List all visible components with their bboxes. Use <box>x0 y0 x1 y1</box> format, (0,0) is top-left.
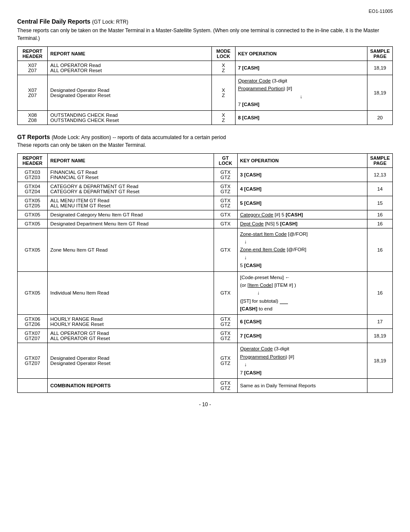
cell-header: X07Z07 <box>18 61 48 75</box>
table-row: X07Z07 Designated Operator ReadDesignate… <box>18 75 393 111</box>
section2-mode-lock: (Mode Lock: Any position) <box>52 134 111 140</box>
cell-lock: XZ <box>211 75 235 111</box>
cell-sample: 18,19 <box>367 343 393 379</box>
section1: Central File Daily Reports (GT Lock: RTR… <box>17 18 393 125</box>
cell-name: Designated Category Menu Item GT Read <box>48 210 214 219</box>
cell-sample: 18,19 <box>367 329 393 343</box>
cell-lock: GTXGTZ <box>214 379 237 393</box>
cell-name: Zone Menu Item GT Read <box>48 228 214 271</box>
cell-key: Zone-start Item Code [@/FOR] ↓ Zone-end … <box>237 228 367 271</box>
cell-name: Individual Menu Item Read <box>48 271 214 315</box>
cell-header: GTX05 <box>18 228 48 271</box>
section1-gt-lock: (GT Lock: RTR) <box>92 19 128 25</box>
section2: GT Reports (Mode Lock: Any position) -- … <box>17 134 393 393</box>
cell-name: Designated Operator ReadDesignated Opera… <box>48 343 214 379</box>
th-report-name-2: REPORT NAME <box>48 153 214 167</box>
cell-name: COMBINATION REPORTS <box>48 379 214 393</box>
cell-key: Operator Code (3-digit Programmed Portio… <box>235 75 367 111</box>
th-key-operation-1: KEY OPERATION <box>235 47 367 61</box>
cell-header: GTX03GTZ03 <box>18 167 48 182</box>
cell-lock: GTXGTZ <box>214 343 237 379</box>
table-row: GTX05GTZ05 ALL MENU ITEM GT ReadALL MENU… <box>18 196 393 210</box>
th-sample-page-1: SAMPLEPAGE <box>367 47 393 61</box>
table-row: GTX04GTZ04 CATEGORY & DEPARTMENT GT Read… <box>18 182 393 196</box>
cell-lock: GTXGTZ <box>214 329 237 343</box>
cell-key: Operator Code (3-digit Programmed Portio… <box>237 343 367 379</box>
cell-sample: 14 <box>367 182 393 196</box>
cell-sample: 20 <box>367 110 393 125</box>
cell-name: HOURLY RANGE ReadHOURLY RANGE Reset <box>48 315 214 329</box>
table-row: GTX07GTZ07 Designated Operator ReadDesig… <box>18 343 393 379</box>
cell-sample: 18,19 <box>367 75 393 111</box>
cell-key: 6 [CASH] <box>237 315 367 329</box>
th-report-header-2: REPORTHEADER <box>18 153 48 167</box>
cell-name: Designated Operator ReadDesignated Opera… <box>48 75 212 111</box>
th-mode-lock-1: MODELOCK <box>211 47 235 61</box>
cell-key: Category Code [#] 5 [CASH] <box>237 210 367 219</box>
cell-lock: GTX <box>214 210 237 219</box>
table-row: GTX05 Zone Menu Item GT Read GTX Zone-st… <box>18 228 393 271</box>
cell-name: ALL MENU ITEM GT ReadALL MENU ITEM GT Re… <box>48 196 214 210</box>
section1-table: REPORTHEADER REPORT NAME MODELOCK KEY OP… <box>17 46 393 125</box>
cell-header: X07Z07 <box>18 75 48 111</box>
cell-key: 3 [CASH] <box>237 167 367 182</box>
cell-key: [Code-preset Menu] ← (or [Item Code] [IT… <box>237 271 367 315</box>
table-row: GTX05 Designated Category Menu Item GT R… <box>18 210 393 219</box>
cell-lock: GTXGTZ <box>214 196 237 210</box>
cell-name: OUTSTANDING CHECK ReadOUTSTANDING CHECK … <box>48 110 212 125</box>
table-row: GTX07GTZ07 ALL OPERATOR GT ReadALL OPERA… <box>18 329 393 343</box>
table-row: GTX05 Individual Menu Item Read GTX [Cod… <box>18 271 393 315</box>
cell-header: X08Z08 <box>18 110 48 125</box>
cell-lock: GTXGTZ <box>214 315 237 329</box>
cell-header: GTX05GTZ05 <box>18 196 48 210</box>
cell-sample: 18,19 <box>367 61 393 75</box>
cell-sample: 15 <box>367 196 393 210</box>
section2-desc: These reports can only be taken on the M… <box>17 141 393 149</box>
cell-header: GTX07GTZ07 <box>18 329 48 343</box>
section1-title: Central File Daily Reports (GT Lock: RTR… <box>17 18 393 25</box>
cell-header: GTX05 <box>18 210 48 219</box>
cell-header <box>18 379 48 393</box>
cell-sample: 16 <box>367 271 393 315</box>
cell-sample <box>367 379 393 393</box>
cell-key: Same as in Daily Terminal Reports <box>237 379 367 393</box>
cell-header: GTX07GTZ07 <box>18 343 48 379</box>
th-gt-lock: GTLOCK <box>214 153 237 167</box>
cell-header: GTX06GTZ06 <box>18 315 48 329</box>
cell-lock: GTX <box>214 271 237 315</box>
cell-name: CATEGORY & DEPARTMENT GT ReadCATEGORY & … <box>48 182 214 196</box>
cell-sample: 16 <box>367 228 393 271</box>
cell-key: 7 [CASH] <box>235 61 367 75</box>
cell-key: 8 [CASH] <box>235 110 367 125</box>
doc-id: EO1-11005 <box>17 9 393 14</box>
cell-header: GTX05 <box>18 271 48 315</box>
cell-sample: 16 <box>367 219 393 228</box>
cell-name: ALL OPERATOR GT ReadALL OPERATOR GT Rese… <box>48 329 214 343</box>
cell-header: GTX05 <box>18 219 48 228</box>
cell-lock: GTX <box>214 219 237 228</box>
cell-lock: GTXGTZ <box>214 167 237 182</box>
th-report-header-1: REPORTHEADER <box>18 47 48 61</box>
th-key-operation-2: KEY OPERATION <box>237 153 367 167</box>
cell-header: GTX04GTZ04 <box>18 182 48 196</box>
th-report-name-1: REPORT NAME <box>48 47 212 61</box>
table-row: GTX03GTZ03 FINANCIAL GT ReadFINANCIAL GT… <box>18 167 393 182</box>
cell-sample: 16 <box>367 210 393 219</box>
page-footer: - 10 - <box>17 401 393 407</box>
cell-name: Designated Department Menu Item GT Read <box>48 219 214 228</box>
table-row: GTX06GTZ06 HOURLY RANGE ReadHOURLY RANGE… <box>18 315 393 329</box>
cell-lock: GTX <box>214 228 237 271</box>
cell-lock: XZ <box>211 61 235 75</box>
section2-desc-extra: -- reports of data accumulated for a cer… <box>113 134 226 140</box>
cell-name: FINANCIAL GT ReadFINANCIAL GT Reset <box>48 167 214 182</box>
table-row: X08Z08 OUTSTANDING CHECK ReadOUTSTANDING… <box>18 110 393 125</box>
cell-sample: 17 <box>367 315 393 329</box>
cell-key: 7 [CASH] <box>237 329 367 343</box>
cell-lock: XZ <box>211 110 235 125</box>
section1-desc: These reports can only be taken on the M… <box>17 27 393 42</box>
cell-key: 4 [CASH] <box>237 182 367 196</box>
cell-sample: 12,13 <box>367 167 393 182</box>
cell-name: ALL OPERATOR ReadALL OPERATOR Reset <box>48 61 212 75</box>
table-row: X07Z07 ALL OPERATOR ReadALL OPERATOR Res… <box>18 61 393 75</box>
table-row: GTX05 Designated Department Menu Item GT… <box>18 219 393 228</box>
